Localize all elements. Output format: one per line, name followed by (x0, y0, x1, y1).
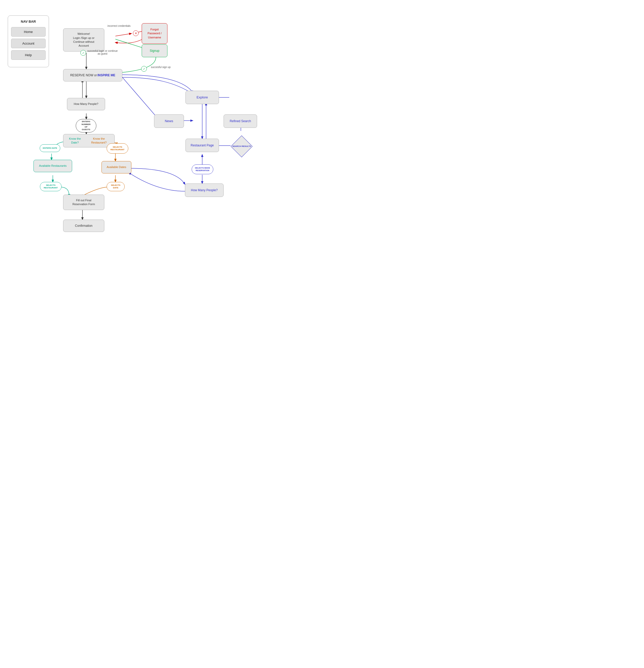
help-button[interactable]: Help (11, 50, 46, 60)
confirmation-box: Confirmation (63, 219, 104, 232)
selects-restaurant-orange-oval: SELECTS RESTAURANT (107, 143, 128, 154)
reserve-now-box[interactable]: RESERVE NOW or INSPIRE ME (63, 69, 122, 81)
signup-box: Signup (142, 44, 167, 57)
enters-number-oval: ENTERS NUMBER OF GUESTS (76, 119, 96, 133)
forgot-password-box: Forgot Password / Username (142, 23, 167, 44)
navbar-title: NAV BAR (11, 19, 46, 24)
welcome-box: Welcome! Login /Sign up or Continue with… (63, 28, 104, 51)
enters-date-oval: ENTERS DATE (40, 144, 60, 152)
how-many-people-2-box: How Many People? (185, 183, 224, 197)
selects-date-oval: SELECTS DATE (107, 182, 125, 191)
successful-signup-label: succesful sign up (148, 66, 174, 69)
home-button[interactable]: Home (11, 27, 46, 36)
search-results-label: SEARCH RESULTS (231, 141, 252, 152)
available-restaurants-box: Available Restaurants (33, 160, 72, 172)
refined-search-box[interactable]: Refined Search (224, 115, 257, 128)
explore-box[interactable]: Explore (185, 91, 219, 104)
available-dates-box: Available Dates (102, 161, 132, 173)
account-button[interactable]: Account (11, 39, 46, 48)
svg-line-0 (116, 33, 132, 36)
selects-restaurant-teal-oval: SELECTS RESTAURANT (40, 182, 62, 191)
successful-login-label: succesful login or continue as guest (87, 49, 118, 55)
selects-make-reservation-oval: SELECTS MAKE RESERVATION (191, 164, 213, 174)
know-date-restaurant-box: Know the Date? Know the Restaurant? (63, 134, 114, 148)
fill-out-box: Fill out Final Reservation Form (63, 195, 104, 210)
circle-check-login: ✓ (80, 50, 86, 56)
navbar: NAV BAR Home Account Help (8, 15, 49, 67)
circle-x: ✕ (133, 30, 139, 36)
news-box[interactable]: News (154, 115, 184, 128)
diagram: NAV BAR Home Account Help Welcome! Login… (0, 0, 278, 284)
how-many-people-1-box: How Many People? (67, 98, 105, 110)
circle-check-signup: ✓ (141, 66, 147, 72)
incorrect-credentials-label: incorrect credentials (106, 25, 132, 27)
restaurant-page-box[interactable]: Restaurant Page (185, 139, 219, 152)
